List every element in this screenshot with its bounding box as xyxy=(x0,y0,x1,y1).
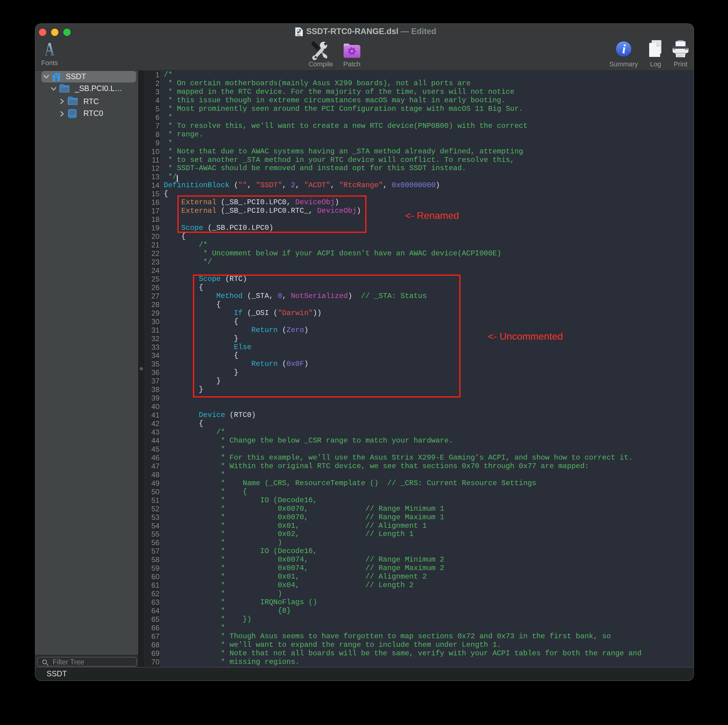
svg-text:DSL: DSL xyxy=(297,34,301,36)
svg-text:i: i xyxy=(622,42,626,56)
